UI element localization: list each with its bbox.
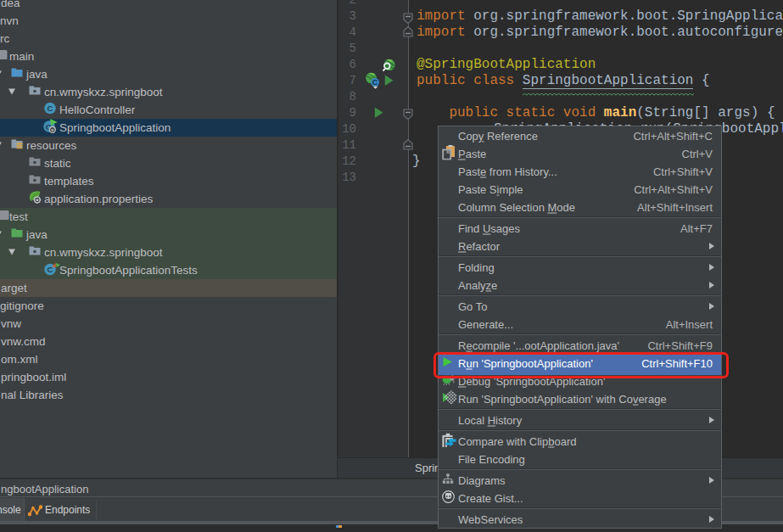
svg-text:C: C (48, 265, 53, 274)
svg-text:C: C (372, 78, 378, 87)
svg-text:C: C (48, 104, 53, 113)
